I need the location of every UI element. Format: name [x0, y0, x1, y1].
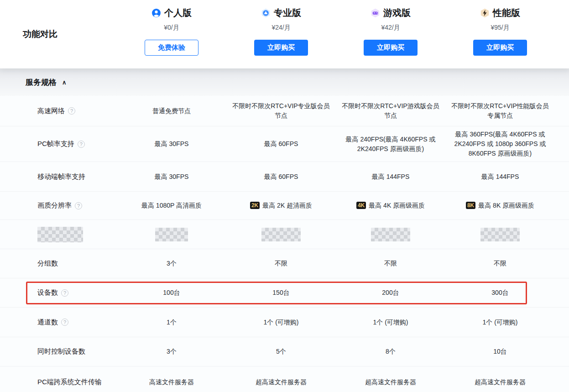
- table-row: 画质分辨率?最高 1080P 高清画质2K最高 2K 超清画质4K最高 4K 原…: [0, 192, 569, 220]
- cell-value: 最高 144FPS: [372, 172, 409, 182]
- row-label-cell: PC端跨系统文件传输: [0, 366, 117, 392]
- row-label-cell: PC帧率支持?: [0, 126, 117, 162]
- row-label: 移动端帧率支持: [37, 172, 85, 181]
- table-cell: 最高 60FPS: [226, 162, 336, 191]
- row-label-cell: 同时控制设备数: [0, 337, 117, 366]
- table-cell: 普通免费节点: [117, 96, 226, 126]
- comparison-header: 功能对比 个人版 ¥0/月 免费体验: [0, 0, 569, 68]
- cell-value: 2K最高 2K 超清画质: [250, 201, 312, 210]
- buy-now-button-pro[interactable]: 立即购买: [254, 40, 308, 56]
- row-label-cell: 移动端帧率支持: [0, 162, 117, 191]
- cell-value: 不限: [384, 259, 397, 268]
- table-cell: 4K最高 4K 原画级画质: [336, 192, 445, 220]
- buy-now-button-performance[interactable]: 立即购买: [473, 40, 527, 56]
- table-row: PC端跨系统文件传输高速文件服务器超高速文件服务器超高速文件服务器超高速文件服务…: [0, 366, 569, 392]
- plan-column-personal: 个人版 ¥0/月 免费体验: [117, 0, 226, 68]
- plan-name-row: 性能版: [480, 6, 520, 20]
- table-cell: 不限时不限次RTC+VIP性能版会员专属节点: [445, 96, 555, 126]
- row-label: 设备数: [37, 288, 58, 297]
- table-cell: 不限: [445, 249, 555, 278]
- table-cell: [117, 220, 226, 249]
- table-cell: 超高速文件服务器: [336, 366, 445, 392]
- cell-value: 超高速文件服务器: [475, 377, 526, 387]
- table-cell: 最高 30FPS: [117, 162, 226, 191]
- help-icon[interactable]: ?: [61, 319, 68, 326]
- cell-value: 3个: [167, 259, 177, 268]
- cell-value: 8个: [386, 347, 396, 356]
- header-corner: 功能对比: [0, 0, 117, 68]
- row-label-cell: 高速网络?: [0, 96, 117, 126]
- table-cell: 不限: [226, 249, 336, 278]
- row-label: 分组数: [37, 259, 58, 268]
- help-icon[interactable]: ?: [61, 289, 68, 297]
- row-label-cell: [0, 220, 117, 249]
- table-cell: 不限时不限次RTC+VIP游戏版会员节点: [336, 96, 445, 126]
- cell-value: 不限时不限次RTC+VIP专业版会员节点: [232, 101, 330, 120]
- table-row: 通道数?1个1个 (可增购)1个 (可增购)1个 (可增购): [0, 308, 569, 337]
- table-cell: 3个: [117, 249, 226, 278]
- resolution-badge: 8K: [466, 202, 475, 209]
- row-label: PC帧率支持: [37, 140, 74, 148]
- table-cell: 1个 (可增购): [226, 308, 336, 337]
- game-gamepad-icon: [371, 8, 380, 18]
- cell-value: 不限: [275, 259, 287, 268]
- redacted-cell-mosaic: [155, 228, 188, 241]
- plan-column-game: 游戏版 ¥42/月 立即购买: [336, 0, 445, 68]
- performance-lightning-icon: [480, 8, 490, 18]
- resolution-badge: 4K: [356, 202, 366, 209]
- help-icon[interactable]: ?: [75, 202, 82, 209]
- cell-value: 最高 60FPS: [264, 172, 298, 182]
- redacted-cell-mosaic: [371, 228, 410, 241]
- help-icon[interactable]: ?: [68, 107, 75, 115]
- table-row: 设备数?100台150台200台300台: [0, 278, 569, 308]
- resolution-badge: 2K: [250, 202, 260, 209]
- table-cell: 最高 360FPS(最高 4K60FPS 或 2K240FPS 或 1080p …: [445, 126, 555, 162]
- table-cell: 100台: [117, 278, 226, 307]
- table-cell: 2K最高 2K 超清画质: [226, 192, 336, 220]
- table-cell: [226, 220, 336, 249]
- pricing-comparison-page: 功能对比 个人版 ¥0/月 免费体验: [0, 0, 569, 392]
- cell-value: 200台: [382, 288, 399, 298]
- plan-name: 专业版: [274, 7, 301, 19]
- plan-price: ¥24/月: [271, 24, 290, 32]
- row-label: 高速网络: [37, 107, 65, 115]
- plan-column-performance: 性能版 ¥95/月 立即购买: [445, 0, 555, 68]
- cell-value: 最高 1080P 高清画质: [141, 201, 202, 210]
- table-cell: 最高 30FPS: [117, 126, 226, 162]
- cell-value: 1个 (可增购): [483, 318, 518, 327]
- table-row: PC帧率支持?最高 30FPS最高 60FPS最高 240FPS(最高 4K60…: [0, 126, 569, 162]
- redacted-cell-mosaic: [480, 228, 520, 241]
- table-cell: 300台: [445, 278, 555, 307]
- cell-value: 最高 30FPS: [155, 172, 189, 182]
- table-row: 移动端帧率支持最高 30FPS最高 60FPS最高 144FPS最高 144FP…: [0, 162, 569, 192]
- buy-now-button-game[interactable]: 立即购买: [364, 40, 418, 56]
- plan-name-row: 个人版: [151, 6, 192, 20]
- free-trial-button[interactable]: 免费体验: [145, 40, 198, 56]
- cell-value: 不限时不限次RTC+VIP性能版会员专属节点: [451, 101, 549, 120]
- cell-value: 1个 (可增购): [264, 318, 299, 327]
- section-header-service-specs[interactable]: 服务规格 ∧: [0, 68, 569, 96]
- cell-value: 最高 144FPS: [481, 172, 519, 182]
- personal-avatar-icon: [151, 8, 161, 18]
- cell-value: 5个: [276, 347, 286, 356]
- table-cell: 3个: [117, 337, 226, 366]
- redacted-label-mosaic: [37, 227, 83, 242]
- row-label-cell: 画质分辨率?: [0, 192, 117, 220]
- table-row-redacted: [0, 220, 569, 249]
- plan-name: 游戏版: [383, 7, 411, 19]
- table-cell: 1个 (可增购): [336, 308, 445, 337]
- cell-value: 300台: [491, 288, 508, 298]
- cell-value: 3个: [167, 347, 177, 356]
- row-label: 通道数: [37, 318, 58, 327]
- help-icon[interactable]: ?: [78, 141, 85, 148]
- collapse-chevron-icon[interactable]: ∧: [62, 79, 67, 86]
- plan-price: ¥0/月: [164, 24, 179, 32]
- cell-value: 普通免费节点: [152, 106, 191, 116]
- cell-value: 100台: [163, 288, 180, 298]
- row-label-cell: 设备数?: [0, 278, 117, 307]
- cell-value: 1个 (可增购): [373, 318, 408, 327]
- spec-table-body: 高速网络?普通免费节点不限时不限次RTC+VIP专业版会员节点不限时不限次RTC…: [0, 96, 569, 392]
- table-cell: 最高 1080P 高清画质: [117, 192, 226, 220]
- plan-name-row: 游戏版: [371, 6, 411, 20]
- cell-value: 不限时不限次RTC+VIP游戏版会员节点: [342, 101, 439, 120]
